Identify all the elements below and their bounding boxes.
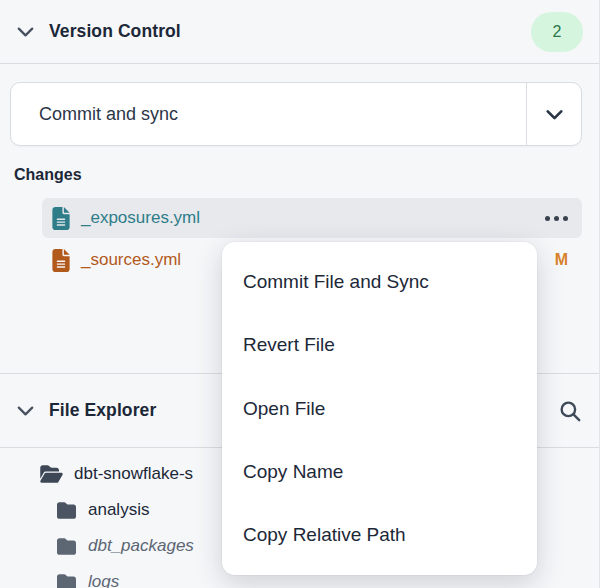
yaml-file-icon — [52, 207, 70, 230]
folder-icon — [56, 573, 77, 588]
chevron-down-icon[interactable] — [14, 399, 37, 422]
menu-item-copy-name[interactable]: Copy Name — [222, 440, 537, 503]
dropdown-chevron-button[interactable] — [526, 83, 581, 145]
file-explorer-title: File Explorer — [49, 400, 156, 421]
chevron-down-icon[interactable] — [14, 20, 37, 43]
changes-count-badge: 2 — [531, 12, 583, 52]
changed-file-name: _exposures.yml — [81, 208, 200, 228]
commit-action-dropdown[interactable]: Commit and sync — [10, 82, 582, 146]
menu-item-revert-file[interactable]: Revert File — [222, 313, 537, 376]
folder-open-icon — [40, 464, 63, 484]
file-actions-ellipsis-button[interactable] — [545, 212, 568, 225]
tree-item-label: dbt-snowflake-s — [74, 464, 193, 484]
menu-item-commit-file-and-sync[interactable]: Commit File and Sync — [222, 250, 537, 313]
folder-icon — [56, 537, 77, 556]
folder-icon — [56, 501, 77, 520]
version-control-header: Version Control 2 — [0, 0, 599, 64]
tree-item-label: dbt_packages — [88, 536, 194, 556]
changed-file-name: _sources.yml — [81, 250, 181, 270]
file-context-menu: Commit File and Sync Revert File Open Fi… — [222, 242, 537, 575]
menu-item-open-file[interactable]: Open File — [222, 377, 537, 440]
version-control-title: Version Control — [49, 21, 181, 42]
yaml-file-icon — [52, 249, 70, 272]
search-icon[interactable] — [557, 398, 583, 424]
tree-item-label: logs — [88, 572, 119, 588]
modified-status-badge: M — [555, 251, 568, 269]
changes-section-label: Changes — [14, 166, 82, 184]
commit-action-selected: Commit and sync — [11, 104, 178, 125]
changed-file-row-exposures[interactable]: _exposures.yml — [42, 198, 582, 238]
menu-item-copy-relative-path[interactable]: Copy Relative Path — [222, 504, 537, 567]
tree-item-label: analysis — [88, 500, 149, 520]
